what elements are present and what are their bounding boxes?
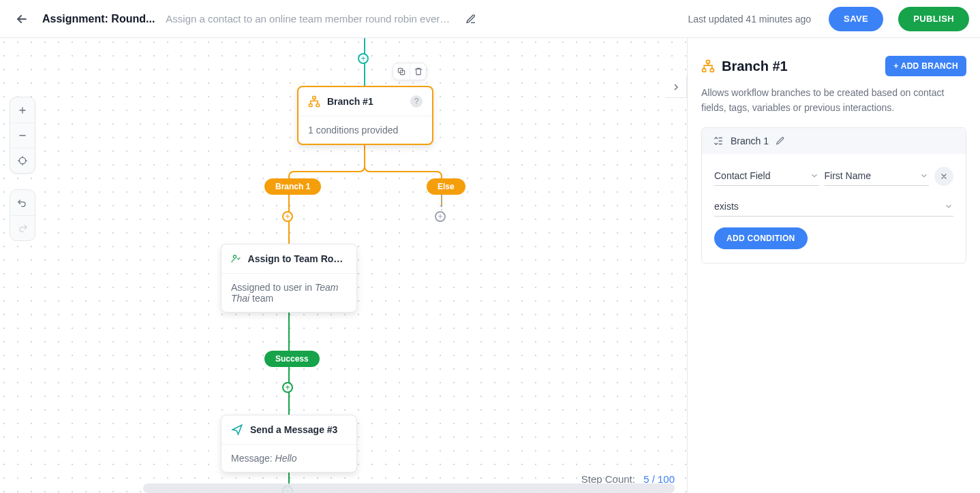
branch-icon: [701, 59, 715, 73]
user-check-icon: [231, 253, 241, 265]
svg-rect-8: [703, 69, 706, 71]
success-pill: Success: [264, 351, 320, 367]
chevron-right-icon: [671, 82, 682, 93]
horizontal-scrollbar[interactable]: [143, 483, 675, 493]
branch-name: Branch 1: [731, 136, 769, 146]
history-toolbar: [10, 189, 35, 241]
svg-rect-9: [710, 69, 714, 71]
publish-button[interactable]: PUBLISH: [898, 7, 969, 31]
edit-title-button[interactable]: [461, 10, 480, 29]
node-assign-body: Assigned to user in Team Thai team: [221, 274, 356, 312]
arrow-left-icon: [15, 12, 29, 26]
svg-rect-5: [316, 104, 320, 107]
help-icon[interactable]: ?: [410, 95, 423, 108]
condition-field-select[interactable]: First Name: [825, 166, 930, 186]
add-step-top[interactable]: +: [358, 53, 369, 64]
svg-rect-7: [707, 61, 710, 63]
redo-icon: [17, 223, 28, 234]
node-branch-title: Branch #1: [327, 96, 373, 107]
reorder-icon[interactable]: [711, 135, 724, 147]
last-updated-label: Last updated 41 minutes ago: [688, 14, 812, 25]
svg-rect-3: [313, 97, 316, 99]
zoom-in-button[interactable]: [10, 97, 35, 123]
remove-condition-button[interactable]: [934, 167, 953, 186]
edit-branch-name-button[interactable]: [776, 136, 785, 146]
plus-icon: [18, 106, 27, 115]
condition-type-select[interactable]: Contact Field: [714, 166, 819, 186]
node-send-title: Send a Message #3: [250, 424, 337, 435]
chevron-down-icon: [810, 171, 819, 180]
pencil-icon: [465, 14, 476, 25]
page-title: Assignment: Round...: [42, 13, 155, 25]
zoom-toolbar: [10, 97, 35, 174]
branch-card: Branch 1 Contact Field First Name: [701, 127, 966, 264]
add-step-after-assign[interactable]: +: [282, 382, 293, 393]
svg-point-6: [233, 255, 236, 258]
branch-icon: [308, 95, 320, 108]
svg-point-0: [19, 157, 25, 163]
delete-node-button[interactable]: [410, 63, 426, 80]
minus-icon: [18, 131, 27, 140]
page-subtitle: Assign a contact to an online team membe…: [166, 13, 452, 25]
chevron-down-icon: [919, 171, 929, 180]
branch1-pill[interactable]: Branch 1: [264, 178, 321, 195]
node-send-message[interactable]: Send a Message #3 Message: Hello: [221, 415, 357, 473]
node-assign[interactable]: Assign to Team Round R… Assigned to user…: [221, 244, 357, 313]
trash-icon: [414, 67, 423, 76]
chevron-down-icon: [944, 202, 953, 211]
fit-button[interactable]: [10, 148, 35, 173]
else-pill[interactable]: Else: [427, 178, 465, 195]
collapse-panel-button[interactable]: [665, 76, 687, 98]
save-button[interactable]: SAVE: [829, 7, 883, 31]
node-assign-title: Assign to Team Round R…: [248, 253, 347, 264]
svg-rect-4: [309, 104, 313, 107]
zoom-out-button[interactable]: [10, 123, 35, 148]
add-step-branch1[interactable]: +: [282, 211, 293, 222]
copy-icon: [397, 67, 406, 76]
node-send-body: Message: Hello: [221, 445, 356, 472]
send-icon: [231, 424, 243, 436]
panel-description: Allows workflow branches to be created b…: [701, 86, 966, 115]
back-button[interactable]: [11, 8, 33, 30]
close-icon: [940, 172, 948, 180]
node-branch[interactable]: Branch #1 ? 1 conditions provided: [297, 86, 433, 145]
redo-button[interactable]: [10, 215, 35, 240]
add-condition-button[interactable]: ADD CONDITION: [714, 227, 808, 249]
condition-operator-select[interactable]: exists: [714, 197, 953, 217]
node-branch-subtitle: 1 conditions provided: [298, 116, 432, 144]
add-branch-button[interactable]: + ADD BRANCH: [885, 56, 966, 76]
node-toolbar: [393, 63, 427, 80]
panel-title: Branch #1: [722, 59, 878, 74]
duplicate-node-button[interactable]: [393, 63, 410, 80]
undo-button[interactable]: [10, 190, 35, 215]
crosshair-icon: [17, 155, 28, 166]
add-step-else[interactable]: +: [435, 211, 446, 222]
undo-icon: [17, 197, 28, 208]
side-panel: Branch #1 + ADD BRANCH Allows workflow b…: [687, 38, 980, 493]
